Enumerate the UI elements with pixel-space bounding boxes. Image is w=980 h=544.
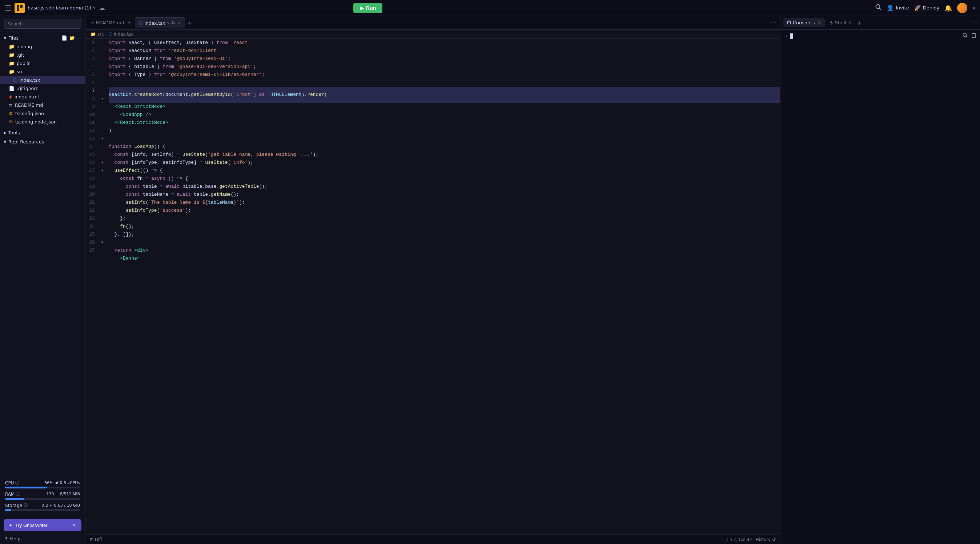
more-icon[interactable]: ⋯ (77, 35, 81, 41)
history-button[interactable]: History ↺ (756, 537, 776, 542)
help-item[interactable]: ? Help (0, 533, 85, 544)
invite-label: Invite (896, 5, 909, 11)
file-item[interactable]: 📁 .config (0, 43, 85, 51)
search-input[interactable] (4, 19, 81, 29)
shell-tab-close-icon[interactable]: ✕ (848, 20, 851, 25)
console-tab-close-icon[interactable]: ✕ (818, 20, 821, 25)
code-line (109, 135, 780, 143)
tab-readme[interactable]: ≡ README.md ✕ (87, 18, 134, 28)
more-icon[interactable]: ⋯ (971, 19, 977, 26)
file-name: .gitignore (17, 86, 38, 91)
add-tab-button[interactable]: + (186, 19, 194, 27)
new-folder-icon[interactable]: 📁 (69, 35, 75, 41)
file-name: tsconfig.node.json (15, 119, 57, 125)
code-line: }, []); (109, 231, 780, 239)
code-lines: import React, { useEffect, useState } fr… (107, 39, 780, 263)
user-avatar[interactable] (957, 3, 967, 13)
position-indicator[interactable]: Ln 7, Col 47 (727, 537, 752, 542)
index-tsx-item[interactable]: ⬡ index.tsx (0, 76, 85, 84)
question-icon: ? (5, 536, 8, 541)
run-button[interactable]: ▶ Run (353, 3, 382, 13)
tab-shell[interactable]: $ Shell ✕ (826, 18, 855, 27)
chevron-down-icon[interactable]: ∨ (813, 21, 816, 25)
new-file-icon[interactable]: 📄 (61, 35, 67, 41)
code-line: useEffect(() => { (109, 167, 780, 174)
file-item[interactable]: ◈ index.html (0, 93, 85, 101)
more-icon[interactable]: ⋯ (771, 19, 776, 26)
split-view-icon[interactable]: ⧉ (172, 20, 175, 26)
file-icon: ◈ (9, 94, 12, 100)
code-editor[interactable]: 1 2 3 4 5 6 7 8 9 10 11 12 13 14 15 16 1 (86, 39, 780, 534)
file-item[interactable]: 📁 public (0, 59, 85, 68)
invite-button[interactable]: 👤 Invite (886, 4, 909, 11)
try-ghostwriter-button[interactable]: ✦ Try Ghostwriter ✕ (4, 519, 81, 531)
code-line: import { Banner } from '@douyinfe/semi-u… (109, 55, 780, 63)
code-line: import ReactDOM from 'react-dom/client' (109, 47, 780, 55)
svg-point-8 (963, 33, 967, 36)
file-icon: 📄 (9, 86, 14, 91)
src-folder-item[interactable]: 📁 src (0, 68, 85, 76)
search-icon[interactable] (875, 4, 881, 12)
project-name[interactable]: base-js-sdk-learn-demo (1) ∨ (28, 5, 95, 11)
repl-resources-header[interactable]: ▼ Repl Resources (0, 137, 85, 146)
files-section-header[interactable]: ▼ Files 📄 📁 ⋯ (0, 33, 85, 43)
code-line: import { bitable } from '@base-api-dev-v… (109, 63, 780, 71)
tsx-icon: ⬡ (139, 20, 143, 25)
code-line: <React.StrictMode> (109, 103, 780, 111)
position-text: Ln 7, Col 47 (727, 537, 752, 542)
console-body[interactable]: › (780, 30, 980, 544)
diff-button[interactable]: ⊞ Diff (90, 537, 102, 542)
cpu-value: 56% of 0.5 vCPUs (45, 481, 80, 485)
code-line: <LoadApp /> (109, 111, 780, 119)
code-line: const fn = async () => { (109, 174, 780, 183)
close-ghostwriter-icon[interactable]: ✕ (72, 522, 76, 528)
code-line: ) (109, 127, 780, 135)
chevron-right-icon: ▶ (4, 131, 6, 135)
trash-icon[interactable] (971, 33, 976, 40)
file-tree: ▼ Files 📄 📁 ⋯ 📁 .config 📁 .git 📁 public (0, 32, 85, 477)
code-line: const [infoType, setInfoType] = useState… (109, 159, 780, 167)
status-bar: ⊞ Diff Ln 7, Col 47 History ↺ (86, 534, 780, 544)
storage-label: Storage (5, 503, 22, 508)
tools-section-header[interactable]: ▶ Tools (0, 128, 85, 137)
add-console-tab-button[interactable]: + (856, 19, 862, 27)
code-line (109, 79, 780, 87)
chevron-down-icon[interactable]: ∨ (167, 21, 169, 25)
ram-info-icon[interactable]: ⓘ (16, 491, 20, 497)
search-icon[interactable] (963, 33, 968, 40)
tab-close-icon[interactable]: ✕ (178, 21, 181, 25)
tab-console[interactable]: ⊡ Console ∨ ✕ (783, 18, 825, 27)
tsx-small-icon: ⬡ (108, 32, 112, 36)
console-tab-label: Console (793, 20, 812, 25)
chevron-down-icon: ▼ (4, 36, 6, 40)
notification-icon[interactable]: 🔔 (944, 4, 952, 12)
tab-label: index.tsx (144, 20, 165, 26)
svg-rect-10 (972, 34, 976, 37)
file-icon: ≡ (9, 102, 13, 108)
file-item[interactable]: ≡ README.md (0, 101, 85, 109)
deploy-button[interactable]: 🚀 Deploy (914, 5, 940, 11)
svg-line-9 (966, 36, 968, 38)
file-item[interactable]: ⚙ tsconfig.json (0, 109, 85, 118)
sidebar-toggle-button[interactable] (4, 4, 12, 12)
cpu-info-icon[interactable]: ⓘ (15, 480, 19, 485)
diff-icon: ⊞ (90, 537, 94, 542)
breadcrumb-sep: › (105, 32, 107, 36)
tab-index-tsx[interactable]: ⬡ index.tsx ∨ ⧉ ✕ (135, 17, 185, 28)
file-item[interactable]: 📁 .git (0, 51, 85, 59)
shell-tab-label: Shell (835, 20, 846, 25)
line-arrows: ▼ ▼ ▼ ▼ (102, 39, 107, 263)
deploy-label: Deploy (923, 5, 940, 11)
storage-info-icon[interactable]: ⓘ (24, 503, 28, 508)
code-line: <Banner (109, 255, 780, 263)
folder-icon: 📁 (9, 69, 14, 75)
console-tab-actions: ⋯ (971, 19, 977, 26)
tab-close-icon[interactable]: ✕ (127, 20, 130, 25)
code-line: return <div> (109, 247, 780, 255)
chevron-down-icon[interactable]: ∨ (972, 5, 976, 11)
code-line: import { Type } from '@douyinfe/semi-ui/… (109, 71, 780, 79)
chevron-down-icon: ∨ (93, 5, 95, 10)
file-item[interactable]: ⚙ tsconfig.node.json (0, 118, 85, 126)
file-item[interactable]: 📄 .gitignore (0, 84, 85, 93)
code-line: const tableName = await table.getName(); (109, 191, 780, 199)
